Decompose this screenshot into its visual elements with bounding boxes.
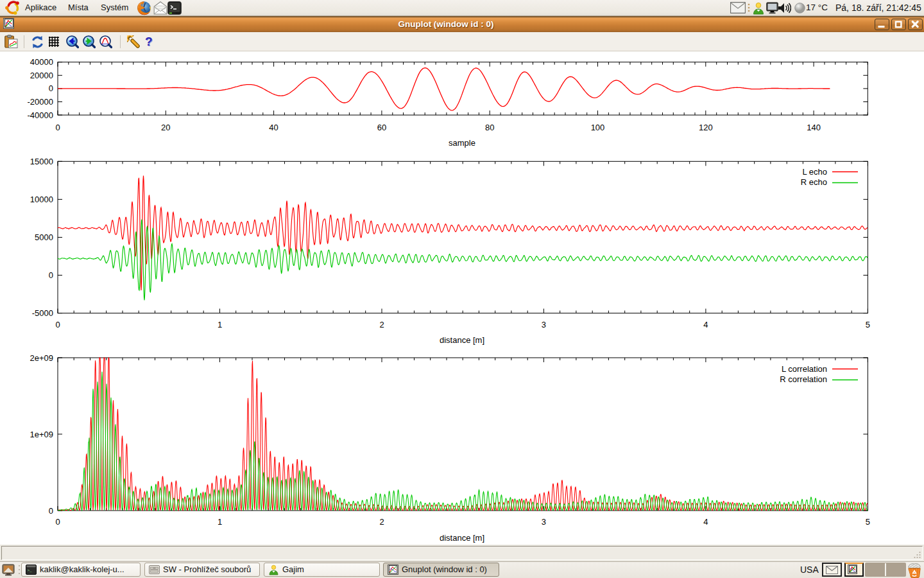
svg-text:5: 5 [866,320,870,329]
svg-text:1: 1 [218,517,222,527]
svg-text:15000: 15000 [30,157,53,166]
svg-text:0: 0 [55,320,60,329]
svg-text:3: 3 [542,320,546,329]
svg-text:3: 3 [542,517,546,527]
svg-text:60: 60 [377,123,386,132]
svg-text:2: 2 [379,517,384,527]
svg-text:0: 0 [55,123,60,132]
svg-text:distance [m]: distance [m] [440,533,484,543]
svg-text:0: 0 [49,83,53,93]
svg-text:40000: 40000 [30,57,53,67]
svg-text:80: 80 [485,123,494,132]
svg-text:1e+09: 1e+09 [30,430,53,439]
svg-text:20: 20 [161,123,170,132]
svg-text:4: 4 [703,320,708,329]
svg-text:2e+09: 2e+09 [30,353,53,363]
svg-text:1: 1 [218,320,222,329]
svg-text:4: 4 [703,517,708,527]
svg-text:10000: 10000 [30,195,53,204]
svg-text:20000: 20000 [30,71,53,80]
svg-text:-40000: -40000 [28,110,53,120]
svg-text:100: 100 [591,123,605,132]
svg-text:40: 40 [269,123,278,132]
svg-text:>_: >_ [28,568,33,573]
svg-text:-5000: -5000 [32,308,53,318]
svg-text:R echo: R echo [801,177,827,187]
svg-text:R correlation: R correlation [780,374,827,384]
svg-text:L echo: L echo [802,167,827,177]
svg-text:0: 0 [49,270,53,280]
svg-text:2: 2 [379,320,384,329]
svg-text:5: 5 [866,517,870,527]
svg-text:0: 0 [55,517,60,527]
svg-text:sample: sample [449,138,475,148]
svg-text:0: 0 [49,506,53,516]
svg-text:140: 140 [807,123,821,132]
svg-text:-20000: -20000 [28,97,53,107]
svg-text:L correlation: L correlation [782,364,827,374]
svg-text:5000: 5000 [35,232,53,242]
svg-text:120: 120 [699,123,713,132]
svg-text:distance [m]: distance [m] [440,335,484,345]
